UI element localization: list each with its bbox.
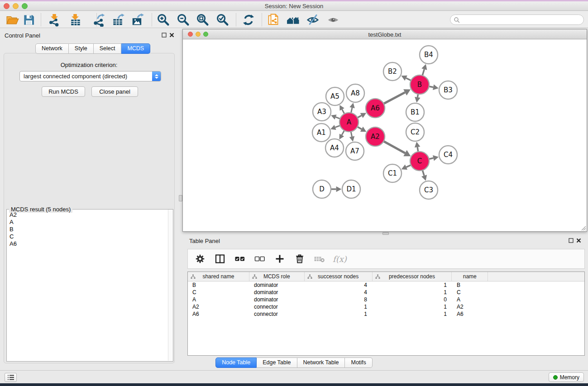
cell-name[interactable]: A6	[452, 311, 488, 317]
table-row[interactable]: A6connector11A6	[188, 310, 584, 318]
vertical-splitter-handle[interactable]	[179, 195, 182, 201]
column-header-shared-name[interactable]: shared name	[188, 272, 249, 281]
tab-network-table[interactable]: Network Table	[297, 357, 345, 368]
tab-motifs[interactable]: Motifs	[345, 357, 372, 368]
resize-grip-icon[interactable]	[580, 224, 586, 231]
float-table-panel-icon[interactable]	[569, 238, 574, 243]
mcds-result-scrollbar[interactable]	[168, 210, 173, 361]
cell-successor-nodes[interactable]: 1	[305, 311, 373, 317]
node-label-B: B	[417, 81, 422, 89]
cell-predecessor-nodes[interactable]: 1	[373, 282, 452, 288]
import-network-button[interactable]	[47, 12, 62, 28]
new-network-from-file-button[interactable]	[266, 12, 281, 28]
zoom-fit-button[interactable]	[195, 12, 210, 28]
cell-name[interactable]: B	[452, 282, 488, 288]
edge-arrowhead-icon	[349, 103, 354, 108]
tab-edge-table[interactable]: Edge Table	[257, 357, 297, 368]
cell-shared-name[interactable]: A	[188, 296, 249, 303]
search-input[interactable]	[462, 17, 583, 23]
close-panel-icon[interactable]	[169, 33, 174, 38]
toolbar-search-field[interactable]	[450, 14, 584, 25]
mcds-result-item[interactable]: A	[7, 219, 167, 226]
column-header-successor-nodes[interactable]: successor nodes	[305, 272, 373, 281]
table-panel-title: Table Panel	[189, 238, 220, 244]
table-row[interactable]: Bdominator41B	[188, 281, 584, 289]
cell-MCDS-role[interactable]: connector	[249, 311, 305, 317]
network-canvas[interactable]: B4B2BB3A8A5A6A3B1AC2A1A2A4A7C4CC1C3DD1	[183, 40, 587, 231]
show-panel-button[interactable]	[325, 12, 341, 28]
function-builder-button-disabled: f(x)	[333, 252, 347, 266]
column-header-filler	[488, 272, 584, 281]
cell-successor-nodes[interactable]: 4	[305, 282, 373, 288]
cell-shared-name[interactable]: B	[188, 282, 249, 288]
cell-name[interactable]: C	[452, 289, 488, 295]
cell-shared-name[interactable]: C	[188, 289, 249, 295]
zoom-selected-button[interactable]	[215, 12, 230, 28]
cell-shared-name[interactable]: A6	[188, 311, 249, 317]
save-session-button[interactable]	[21, 12, 37, 28]
tab-style[interactable]: Style	[69, 43, 94, 54]
zoom-in-button[interactable]	[156, 12, 171, 28]
column-header-MCDS-role[interactable]: MCDS role	[249, 272, 305, 281]
cell-MCDS-role[interactable]: dominator	[249, 282, 305, 288]
memory-button[interactable]: Memory	[549, 372, 584, 382]
column-header-name[interactable]: name	[452, 272, 488, 281]
toolbar-separator	[41, 13, 41, 26]
import-table-button[interactable]	[67, 12, 83, 28]
show-columns-button[interactable]	[213, 252, 227, 266]
cell-MCDS-role[interactable]: dominator	[249, 289, 305, 295]
node-label-B4: B4	[424, 51, 433, 59]
show-panels-menu-button[interactable]	[5, 373, 17, 382]
table-row[interactable]: A2connector11A2	[188, 303, 584, 310]
deselect-all-columns-button[interactable]	[253, 252, 267, 266]
close-table-panel-icon[interactable]	[576, 238, 581, 243]
zoom-out-button[interactable]	[176, 12, 191, 28]
edge-arrowhead-icon	[421, 175, 427, 181]
cell-predecessor-nodes[interactable]: 1	[373, 289, 452, 295]
table-row[interactable]: Adominator80A	[188, 296, 584, 303]
table-row[interactable]: Cdominator41C	[188, 289, 584, 296]
home-view-button[interactable]	[285, 12, 301, 28]
run-mcds-button[interactable]: Run MCDS	[42, 86, 85, 97]
cell-name[interactable]: A2	[452, 304, 488, 310]
export-table-button[interactable]	[110, 12, 126, 28]
cell-successor-nodes[interactable]: 8	[305, 296, 373, 303]
close-panel-button[interactable]: Close panel	[91, 86, 138, 97]
export-network-button[interactable]	[91, 12, 106, 28]
eye-slash-icon	[306, 13, 320, 27]
mcds-result-item[interactable]: B	[7, 226, 167, 234]
tab-network[interactable]: Network	[35, 43, 69, 54]
hide-panel-button[interactable]	[305, 12, 320, 28]
mcds-result-item[interactable]: C	[7, 234, 167, 241]
cell-predecessor-nodes[interactable]: 1	[373, 304, 452, 310]
cell-MCDS-role[interactable]: connector	[249, 304, 305, 310]
column-header-predecessor-nodes[interactable]: predecessor nodes	[373, 272, 452, 281]
select-stepper-icon	[152, 71, 161, 81]
cell-shared-name[interactable]: A2	[188, 304, 249, 310]
horizontal-splitter-handle[interactable]	[382, 232, 389, 235]
tab-select[interactable]: Select	[94, 43, 122, 54]
mcds-result-item[interactable]: A6	[7, 241, 167, 248]
cell-successor-nodes[interactable]: 4	[305, 289, 373, 295]
column-label: MCDS role	[263, 273, 290, 280]
import-table-icon	[68, 13, 82, 27]
float-panel-icon[interactable]	[162, 33, 167, 38]
create-column-button[interactable]	[273, 252, 287, 266]
tab-mcds[interactable]: MCDS	[121, 43, 150, 54]
cell-predecessor-nodes[interactable]: 0	[373, 296, 452, 303]
open-session-button[interactable]	[5, 12, 20, 28]
cell-predecessor-nodes[interactable]: 1	[373, 311, 452, 317]
cell-MCDS-role[interactable]: dominator	[249, 296, 305, 303]
cell-name[interactable]: A	[452, 296, 488, 303]
export-image-button[interactable]	[130, 12, 145, 28]
node-label-A5: A5	[330, 92, 339, 100]
refresh-layout-button[interactable]	[241, 12, 256, 28]
table-settings-button[interactable]	[193, 252, 207, 266]
delete-column-button[interactable]	[293, 252, 306, 266]
cell-successor-nodes[interactable]: 1	[305, 304, 373, 310]
optimization-criterion-select[interactable]: largest connected component (directed)	[19, 71, 161, 81]
network-window-titlebar[interactable]: testGlobe.txt	[183, 29, 587, 39]
mcds-result-item[interactable]: A2	[7, 212, 167, 219]
tab-node-table[interactable]: Node Table	[215, 357, 257, 368]
select-all-columns-button[interactable]	[233, 252, 247, 266]
